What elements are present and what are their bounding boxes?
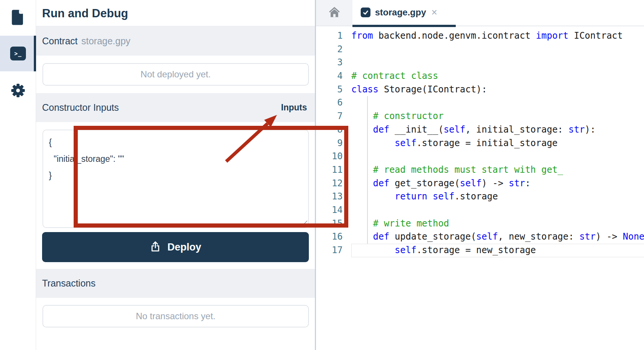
code-line-12[interactable]: 12 def get_storage(self) -> str: [316,177,644,190]
textarea-resize-grip[interactable] [302,221,307,226]
constructor-inputs-header: Constructor Inputs Inputs [36,93,315,122]
json-line: { [49,134,302,151]
home-icon [328,5,341,20]
icon-sidebar: >_ [0,0,36,350]
terminal-icon: >_ [10,47,26,60]
contract-filename: storage.gpy [81,36,130,47]
deploy-button[interactable]: Deploy [42,232,309,262]
code-line-17[interactable]: 17 self.storage = new_storage [316,244,644,257]
deploy-button-label: Deploy [167,241,201,253]
contract-label: Contract [42,36,77,47]
line-number: 7 [316,110,351,123]
line-number: 9 [316,137,351,150]
line-number: 17 [316,244,351,257]
app-root: >_ Run and Debug Contract storage.gpy No… [0,0,644,350]
code-line-text: return self.storage [351,190,644,204]
tab-home[interactable] [316,0,352,26]
code-line-text [351,150,644,163]
code-line-text [351,43,644,56]
code-line-5[interactable]: 5class Storage(IContract): [316,83,644,97]
line-number: 5 [316,83,351,97]
settings-gear-icon [11,83,25,98]
contract-section-header: Contract storage.gpy [36,26,315,56]
code-line-3[interactable]: 3 [316,56,644,69]
tab-title: storage.gpy [375,7,426,18]
tab-close-icon[interactable]: × [431,8,437,18]
code-line-text: # contract class [351,69,644,83]
run-and-debug-panel: Run and Debug Contract storage.gpy Not d… [36,0,315,350]
code-line-text [351,96,644,110]
line-number: 6 [316,96,351,110]
line-number: 16 [316,230,351,244]
transactions-empty-text: No transactions yet. [136,311,215,321]
code-line-text [351,56,644,69]
code-line-8[interactable]: 8 def __init__(self, initial_storage: st… [316,123,644,137]
code-line-11[interactable]: 11 # read methods must start with get_ [316,163,644,177]
line-number: 14 [316,204,351,217]
code-line-text: self.storage = initial_storage [351,137,644,150]
transactions-empty-box: No transactions yet. [42,305,309,327]
code-line-text: # read methods must start with get_ [351,163,644,177]
line-number: 2 [316,43,351,56]
line-number: 12 [316,177,351,190]
json-line: } [49,167,302,184]
upload-icon [150,241,161,253]
code-line-10[interactable]: 10 [316,150,644,163]
line-number: 13 [316,190,351,204]
code-line-6[interactable]: 6 [316,96,644,110]
sidebar-item-files[interactable] [0,0,36,36]
line-number: 3 [316,56,351,69]
deployment-status-box: Not deployed yet. [42,63,309,86]
code-line-13[interactable]: 13 return self.storage [316,190,644,204]
inputs-toggle[interactable]: Inputs [281,103,307,113]
sidebar-item-settings[interactable] [0,74,36,107]
json-line: "initial_storage": "" [49,151,302,167]
sidebar-item-run-debug[interactable]: >_ [0,36,36,71]
code-line-7[interactable]: 7 # constructor [316,110,644,123]
code-line-4[interactable]: 4# contract class [316,69,644,83]
file-check-icon [361,8,370,17]
code-line-16[interactable]: 16 def update_storage(self, new_storage:… [316,230,644,244]
code-editor: storage.gpy × 1from backend.node.genvm.i… [316,0,644,350]
code-line-1[interactable]: 1from backend.node.genvm.icontract impor… [316,29,644,43]
code-line-text: def update_storage(self, new_storage: st… [351,230,644,244]
code-line-text: def get_storage(self) -> str: [351,177,644,190]
code-line-text [351,204,644,217]
line-number: 4 [316,69,351,83]
code-line-15[interactable]: 15 # write method [316,217,644,231]
line-number: 11 [316,163,351,177]
code-line-text: # write method [351,217,644,231]
deployment-status-text: Not deployed yet. [141,69,211,80]
code-line-14[interactable]: 14 [316,204,644,217]
line-number: 15 [316,217,351,231]
line-number: 8 [316,123,351,137]
page-title: Run and Debug [42,7,128,20]
code-line-text: def __init__(self, initial_storage: str)… [351,123,644,137]
transactions-section-header: Transactions [36,269,315,298]
code-line-text: from backend.node.genvm.icontract import… [351,29,644,43]
file-icon [11,9,26,27]
code-line-text: self.storage = new_storage [351,244,644,257]
constructor-inputs-label: Constructor Inputs [42,102,119,113]
code-line-text: class Storage(IContract): [351,83,644,97]
line-number: 10 [316,150,351,163]
constructor-inputs-textarea[interactable]: { "initial_storage": "" } [42,130,309,228]
code-line-text: # constructor [351,110,644,123]
tab-storage-gpy[interactable]: storage.gpy × [352,0,456,27]
code-line-9[interactable]: 9 self.storage = initial_storage [316,137,644,150]
code-line-2[interactable]: 2 [316,43,644,56]
line-number: 1 [316,29,351,43]
tab-bar: storage.gpy × [316,0,644,26]
code-area[interactable]: 1from backend.node.genvm.icontract impor… [316,27,644,257]
transactions-label: Transactions [42,278,95,289]
